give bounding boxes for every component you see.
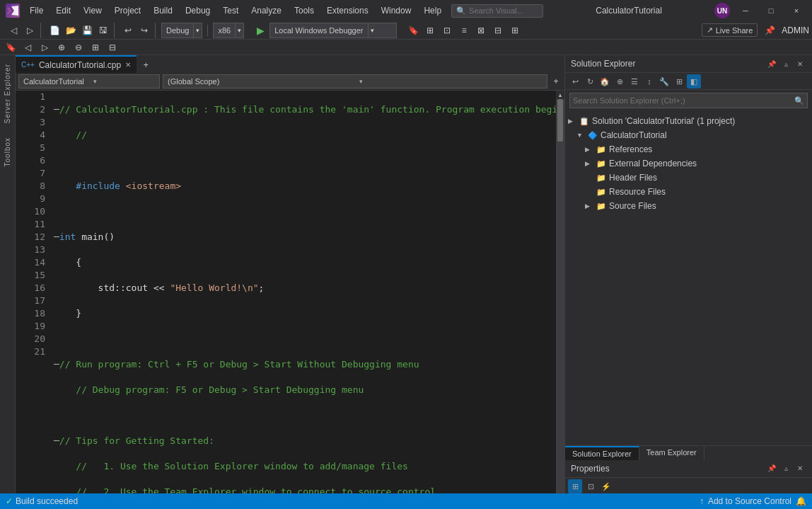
tb2-btn7[interactable]: ⊟ [105, 40, 120, 55]
code-area[interactable]: 1 2 3 4 5 6 7 8 9 10 11 12 13 14 [16, 91, 556, 509]
debug-config-arrow[interactable]: ▾ [193, 23, 202, 38]
se-search-input[interactable] [570, 96, 789, 105]
editor-toolbar-add[interactable]: + [550, 74, 562, 89]
menu-extensions[interactable]: Extensions [321, 4, 374, 17]
debug-start-btn[interactable]: ▶ [253, 23, 268, 38]
props-close-btn[interactable]: ✕ [794, 462, 806, 475]
toolbox-label[interactable]: Toolbox [1, 132, 13, 172]
add-tab-button[interactable]: + [138, 57, 153, 73]
resource-expand[interactable] [585, 188, 593, 195]
menu-file[interactable]: File [24, 4, 49, 17]
file-tab-main[interactable]: C++ CalculatorTutorial.cpp ✕ [16, 55, 137, 73]
se-tool-6[interactable]: ↕ [642, 74, 656, 88]
collapse-11[interactable]: ─ [54, 359, 59, 370]
tree-solution[interactable]: ▶ 📋 Solution 'CalculatorTutorial' (1 pro… [565, 114, 812, 128]
save-button[interactable]: 💾 [79, 23, 95, 38]
file-tab-close[interactable]: ✕ [125, 61, 131, 69]
se-expand-btn[interactable]: ▵ [779, 57, 792, 70]
ext-deps-expand[interactable]: ▶ [585, 160, 593, 167]
menu-tools[interactable]: Tools [289, 4, 320, 17]
source-control-text[interactable]: Add to Source Control [708, 496, 791, 506]
liveshare-button[interactable]: ↗ Live Share [702, 23, 758, 37]
source-expand[interactable]: ▶ [585, 202, 593, 210]
editor-vscrollbar[interactable]: ▲ ▼ [556, 91, 564, 509]
tb2-btn2[interactable]: ◁ [20, 40, 35, 55]
forward-button[interactable]: ▷ [22, 23, 37, 38]
scroll-up-btn[interactable]: ▲ [556, 91, 564, 99]
se-pin-btn[interactable]: 📌 [765, 57, 778, 70]
toolbar-btn-6[interactable]: ⊟ [490, 23, 506, 38]
props-expand-btn[interactable]: ▵ [779, 462, 792, 475]
se-tool-1[interactable]: ↩ [568, 74, 582, 88]
tab-solution-explorer[interactable]: Solution Explorer [565, 446, 639, 460]
run-dropdown-arrow[interactable]: ▾ [368, 23, 376, 38]
close-button[interactable]: × [787, 4, 806, 17]
menu-debug[interactable]: Debug [180, 4, 216, 17]
tab-team-explorer[interactable]: Team Explorer [639, 446, 704, 460]
toolbar-btn-3[interactable]: ⊡ [439, 23, 455, 38]
menu-project[interactable]: Project [109, 4, 146, 17]
title-search-box[interactable]: 🔍 [451, 4, 543, 18]
tb2-btn4[interactable]: ⊕ [54, 40, 69, 55]
menu-analyze[interactable]: Analyze [245, 4, 287, 17]
header-expand[interactable] [585, 174, 593, 181]
se-search-box[interactable]: 🔍 [569, 93, 808, 108]
props-tool-categories[interactable]: ⊞ [568, 479, 582, 493]
pin-button[interactable]: 📌 [762, 23, 777, 38]
tree-header-files[interactable]: 📁 Header Files [565, 171, 812, 185]
debug-config-dropdown[interactable]: Debug ▾ [161, 23, 202, 38]
new-project-button[interactable]: 📄 [47, 23, 62, 38]
se-tool-3[interactable]: 🏠 [598, 74, 612, 88]
menu-help[interactable]: Help [418, 4, 447, 17]
scope-dropdown[interactable]: (Global Scope) ▾ [163, 74, 547, 88]
title-search-input[interactable] [469, 6, 533, 15]
se-tool-2[interactable]: ↻ [583, 74, 597, 88]
project-dropdown-arrow[interactable]: ▾ [91, 78, 159, 85]
redo-button[interactable]: ↪ [137, 23, 152, 38]
bookmark-button[interactable]: 🔖 [405, 23, 421, 38]
toolbar-btn-2[interactable]: ⊞ [422, 23, 438, 38]
se-tool-5[interactable]: ☰ [627, 74, 642, 88]
toolbar-btn-5[interactable]: ⊠ [473, 23, 489, 38]
collapse-14[interactable]: ─ [54, 435, 59, 446]
tb2-btn3[interactable]: ▷ [37, 40, 52, 55]
scope-dropdown-arrow[interactable]: ▾ [357, 78, 547, 85]
tree-source-files[interactable]: ▶ 📁 Source Files [565, 199, 812, 213]
admin-button[interactable]: ADMIN [782, 25, 809, 35]
collapse-6[interactable]: ─ [54, 231, 59, 242]
undo-button[interactable]: ↩ [120, 23, 136, 38]
tree-project[interactable]: ▼ 🔷 CalculatorTutorial [565, 128, 812, 142]
menu-edit[interactable]: Edit [50, 4, 76, 17]
notification-icon[interactable]: 🔔 [796, 496, 806, 506]
tree-resource-files[interactable]: 📁 Resource Files [565, 185, 812, 199]
se-tool-7[interactable]: 🔧 [657, 74, 671, 88]
platform-arrow[interactable]: ▾ [235, 23, 243, 38]
save-all-button[interactable]: 🖫 [95, 23, 111, 38]
props-tool-alpha[interactable]: ⊡ [584, 479, 598, 493]
back-button[interactable]: ◁ [6, 23, 21, 38]
menu-view[interactable]: View [78, 4, 108, 17]
tb2-btn1[interactable]: 🔖 [3, 40, 18, 55]
minimize-button[interactable]: ─ [736, 4, 755, 17]
solution-expand[interactable]: ▶ [568, 118, 576, 125]
toolbar-btn-4[interactable]: ≡ [456, 23, 472, 38]
se-tool-4[interactable]: ⊕ [613, 74, 627, 88]
menu-window[interactable]: Window [376, 4, 417, 17]
tb2-btn5[interactable]: ⊖ [71, 40, 86, 55]
tree-external-deps[interactable]: ▶ 📁 External Dependencies [565, 156, 812, 171]
code-content[interactable]: ─// CalculatorTutorial.cpp : This file c… [51, 91, 556, 509]
references-expand[interactable]: ▶ [585, 146, 593, 153]
menu-test[interactable]: Test [217, 4, 244, 17]
user-avatar[interactable]: UN [714, 3, 730, 18]
se-close-btn[interactable]: ✕ [794, 57, 806, 70]
project-dropdown[interactable]: CalculatorTutorial ▾ [18, 74, 160, 88]
se-tool-9[interactable]: ◧ [687, 74, 701, 88]
open-button[interactable]: 📂 [63, 23, 79, 38]
run-dropdown[interactable]: Local Windows Debugger ▾ [269, 23, 397, 38]
server-explorer-label[interactable]: Server Explorer [1, 58, 13, 129]
toolbar-btn-7[interactable]: ⊞ [507, 23, 523, 38]
tree-references[interactable]: ▶ 📁 References [565, 142, 812, 156]
props-pin-btn[interactable]: 📌 [765, 462, 778, 475]
props-tool-events[interactable]: ⚡ [599, 479, 613, 493]
menu-build[interactable]: Build [148, 4, 178, 17]
